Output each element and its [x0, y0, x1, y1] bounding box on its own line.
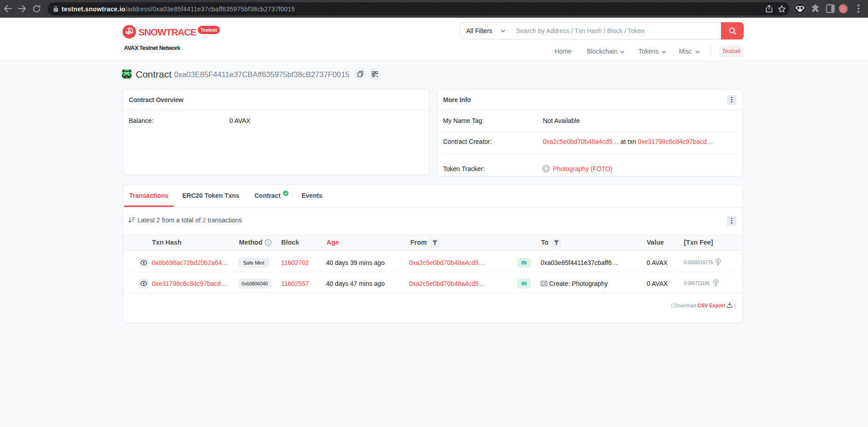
svg-text:$: $ — [715, 280, 717, 284]
svg-text:$: $ — [717, 259, 719, 263]
